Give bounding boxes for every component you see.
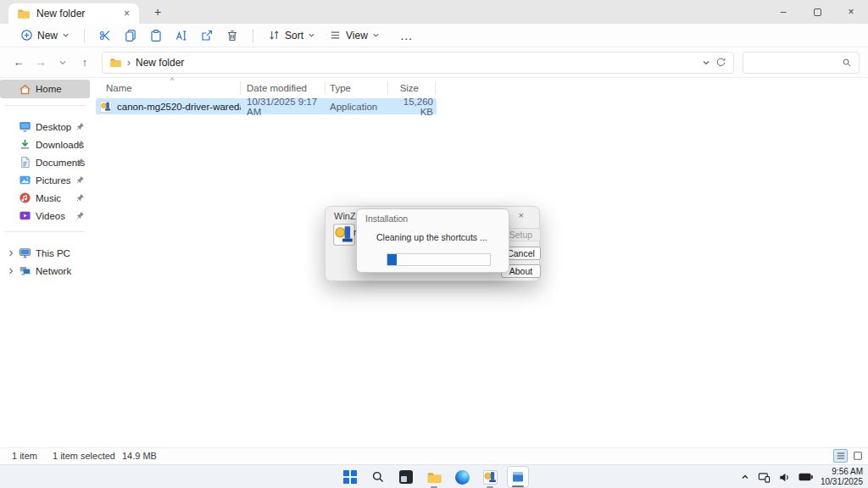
chevron-down-icon bbox=[62, 31, 70, 39]
column-header-name[interactable]: Name bbox=[96, 83, 241, 93]
breadcrumb-box[interactable]: › New folder bbox=[102, 52, 734, 74]
pin-icon bbox=[75, 122, 85, 131]
file-date-modified: 10/31/2025 9:17 AM bbox=[241, 97, 326, 117]
desktop: New folder × + – × New bbox=[0, 0, 868, 488]
chevron-right-icon[interactable] bbox=[7, 267, 15, 275]
running-indicator bbox=[512, 485, 524, 488]
file-name: canon-mg2520-driver-waredata.com bbox=[117, 102, 241, 112]
paste-button[interactable] bbox=[143, 25, 169, 46]
file-row-selected[interactable]: canon-mg2520-driver-waredata.com 10/31/2… bbox=[96, 98, 437, 114]
column-separator bbox=[325, 81, 326, 95]
address-dropdown-icon[interactable] bbox=[702, 58, 710, 67]
up-button[interactable]: ↑ bbox=[75, 53, 95, 73]
folder-icon bbox=[426, 469, 442, 485]
taskbar-winzip-button[interactable] bbox=[479, 466, 501, 488]
view-button[interactable]: View bbox=[322, 25, 387, 46]
speaker-icon[interactable] bbox=[778, 471, 791, 484]
scissors-icon bbox=[98, 29, 112, 42]
column-header-type[interactable]: Type bbox=[326, 83, 388, 93]
installation-dialog: Installation Cleaning up the shortcuts .… bbox=[356, 208, 509, 273]
taskbar: 9:56 AM 10/31/2025 bbox=[0, 464, 868, 488]
sidebar-item-videos[interactable]: Videos bbox=[0, 207, 90, 225]
plus-circle-icon bbox=[20, 29, 33, 42]
sidebar-item-label: Videos bbox=[36, 211, 65, 221]
tab-title: New folder bbox=[36, 8, 121, 19]
more-options-button[interactable]: … bbox=[392, 25, 422, 46]
pin-icon bbox=[75, 158, 85, 167]
sidebar-item-music[interactable]: Music bbox=[0, 189, 90, 207]
network-display-icon[interactable] bbox=[758, 471, 771, 484]
search-input[interactable] bbox=[750, 58, 842, 68]
sort-button[interactable]: Sort bbox=[261, 25, 322, 46]
recent-locations-button[interactable] bbox=[53, 53, 73, 73]
sidebar-item-pictures[interactable]: Pictures bbox=[0, 171, 90, 189]
taskbar-file-explorer-button[interactable] bbox=[423, 466, 445, 488]
taskbar-app-button[interactable] bbox=[395, 466, 417, 488]
large-icons-view-button[interactable] bbox=[850, 449, 865, 463]
taskbar-active-window-button[interactable] bbox=[507, 466, 529, 488]
share-button[interactable] bbox=[194, 25, 220, 46]
new-button[interactable]: New bbox=[14, 25, 76, 46]
share-icon bbox=[200, 29, 214, 42]
taskbar-clock[interactable]: 9:56 AM 10/31/2025 bbox=[821, 467, 863, 488]
back-button[interactable]: ← bbox=[8, 53, 29, 73]
sort-icon bbox=[268, 29, 281, 42]
folder-icon bbox=[109, 56, 122, 69]
sidebar-item-this-pc[interactable]: This PC bbox=[0, 244, 90, 262]
delete-button[interactable] bbox=[220, 25, 245, 46]
app-window-icon bbox=[399, 470, 413, 484]
windows-logo-icon bbox=[343, 470, 357, 484]
tab-bar: New folder × + – × bbox=[0, 0, 868, 24]
chevron-right-icon[interactable] bbox=[7, 249, 15, 258]
taskbar-edge-button[interactable] bbox=[451, 466, 473, 488]
search-icon bbox=[371, 470, 385, 484]
chevron-down-icon bbox=[308, 31, 315, 39]
copy-button[interactable] bbox=[118, 25, 143, 46]
column-header-size[interactable]: Size bbox=[388, 83, 436, 93]
refresh-icon[interactable] bbox=[715, 57, 726, 68]
list-view-icon bbox=[329, 29, 342, 42]
pin-icon bbox=[75, 211, 85, 220]
folder-icon bbox=[17, 7, 31, 20]
network-icon bbox=[19, 264, 31, 277]
forward-button[interactable]: → bbox=[31, 53, 51, 73]
dialog-close-icon[interactable]: × bbox=[519, 210, 524, 220]
maximize-icon bbox=[814, 8, 821, 16]
column-header-date-modified[interactable]: Date modified bbox=[241, 83, 326, 93]
maximize-button[interactable] bbox=[800, 0, 834, 24]
home-icon bbox=[19, 83, 31, 96]
breadcrumb[interactable]: New folder bbox=[136, 57, 184, 69]
toolbar-separator bbox=[84, 29, 85, 42]
taskbar-search-button[interactable] bbox=[367, 466, 389, 488]
sidebar-item-network[interactable]: Network bbox=[0, 262, 90, 280]
pin-icon bbox=[75, 193, 85, 202]
tray-chevron-up-icon[interactable] bbox=[740, 472, 750, 482]
installation-progress-bar bbox=[387, 253, 491, 266]
winzip-logo-icon bbox=[333, 224, 355, 246]
column-separator bbox=[240, 81, 241, 95]
breadcrumb-separator: › bbox=[127, 57, 131, 69]
cut-button[interactable] bbox=[92, 25, 118, 46]
tab-close-icon[interactable]: × bbox=[121, 8, 132, 19]
sidebar-item-desktop[interactable]: Desktop bbox=[0, 118, 90, 136]
battery-icon[interactable] bbox=[798, 473, 813, 481]
details-view-button[interactable] bbox=[833, 449, 848, 463]
installer-window-icon bbox=[511, 470, 525, 484]
sidebar-item-home[interactable]: Home bbox=[0, 80, 90, 98]
clock-time: 9:56 AM bbox=[821, 467, 863, 478]
rename-button[interactable] bbox=[169, 25, 194, 46]
close-button[interactable]: × bbox=[834, 0, 868, 24]
winzip-app-icon bbox=[483, 470, 498, 485]
sort-button-label: Sort bbox=[285, 30, 303, 42]
new-tab-button[interactable]: + bbox=[149, 3, 166, 20]
sidebar-item-label: Pictures bbox=[36, 175, 71, 186]
sidebar-item-downloads[interactable]: Downloads bbox=[0, 136, 90, 153]
window-controls: – × bbox=[766, 0, 868, 24]
pictures-icon bbox=[19, 174, 31, 186]
installation-progress-fill bbox=[387, 254, 397, 265]
start-button[interactable] bbox=[339, 466, 361, 488]
explorer-tab[interactable]: New folder × bbox=[8, 3, 139, 24]
search-icon[interactable] bbox=[842, 58, 852, 68]
sidebar-item-documents[interactable]: Documents bbox=[0, 153, 90, 171]
minimize-button[interactable]: – bbox=[766, 0, 800, 24]
